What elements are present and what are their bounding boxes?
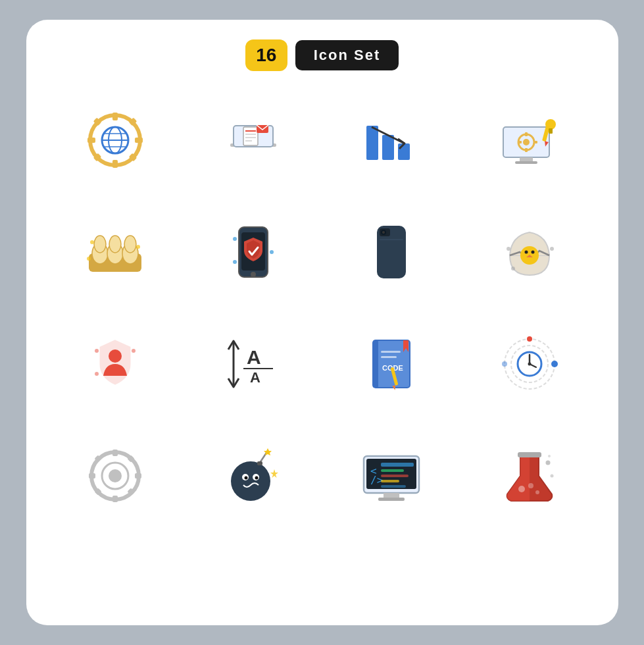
svg-text:A: A bbox=[247, 346, 261, 368]
svg-point-45 bbox=[124, 236, 136, 253]
time-orbit-icon bbox=[497, 331, 562, 397]
svg-rect-24 bbox=[398, 143, 410, 160]
svg-rect-76 bbox=[373, 340, 378, 388]
svg-rect-121 bbox=[381, 485, 406, 488]
svg-point-54 bbox=[251, 272, 256, 277]
engineering-software-icon bbox=[497, 107, 562, 173]
svg-rect-33 bbox=[518, 141, 522, 143]
svg-point-51 bbox=[233, 237, 237, 241]
lab-flask-cell bbox=[467, 426, 592, 525]
svg-point-58 bbox=[382, 231, 385, 234]
ghost-bomb-cell bbox=[191, 426, 316, 525]
hatching-egg-cell bbox=[467, 203, 592, 301]
svg-point-70 bbox=[95, 372, 99, 376]
world-settings-cell bbox=[53, 91, 178, 190]
svg-point-48 bbox=[87, 257, 91, 261]
svg-rect-4 bbox=[135, 138, 143, 143]
lab-flask-icon bbox=[497, 443, 562, 509]
svg-point-104 bbox=[231, 461, 270, 501]
svg-rect-34 bbox=[533, 141, 537, 143]
header: 16 Icon Set bbox=[245, 39, 399, 71]
person-shield-icon bbox=[82, 331, 148, 397]
svg-rect-22 bbox=[366, 126, 378, 160]
egg-carton-cell bbox=[53, 203, 178, 301]
svg-point-52 bbox=[270, 250, 274, 254]
header-title: Icon Set bbox=[295, 40, 399, 70]
svg-point-68 bbox=[95, 349, 99, 353]
svg-point-125 bbox=[535, 490, 539, 494]
engineering-software-cell bbox=[467, 91, 592, 190]
svg-marker-110 bbox=[270, 469, 278, 478]
icon-count-badge: 16 bbox=[245, 39, 287, 71]
svg-point-107 bbox=[244, 477, 247, 480]
ghost-bomb-icon bbox=[220, 443, 286, 509]
svg-rect-109 bbox=[257, 461, 262, 465]
online-document-cell bbox=[191, 91, 316, 190]
code-book-icon: CODE bbox=[359, 331, 424, 397]
svg-point-88 bbox=[528, 363, 531, 366]
svg-rect-117 bbox=[381, 463, 414, 467]
svg-point-89 bbox=[551, 361, 558, 367]
svg-rect-96 bbox=[135, 473, 141, 478]
svg-point-61 bbox=[524, 251, 528, 254]
monitor-code-cell: < /> bbox=[329, 426, 454, 525]
svg-point-47 bbox=[136, 245, 140, 249]
svg-point-67 bbox=[109, 349, 122, 363]
svg-point-53 bbox=[233, 260, 237, 264]
svg-point-30 bbox=[523, 139, 530, 145]
svg-point-102 bbox=[109, 469, 122, 482]
hatching-egg-icon bbox=[497, 219, 562, 285]
svg-point-124 bbox=[528, 483, 533, 488]
person-shield-cell bbox=[53, 315, 178, 413]
phone-security-cell bbox=[191, 203, 316, 301]
settings-badge-cell bbox=[53, 426, 178, 525]
svg-rect-28 bbox=[515, 161, 537, 164]
phone-case-cell bbox=[329, 203, 454, 301]
phone-security-icon bbox=[220, 219, 286, 285]
svg-point-108 bbox=[255, 477, 258, 480]
svg-point-37 bbox=[545, 119, 556, 130]
text-height-cell: A A bbox=[191, 315, 316, 413]
svg-point-123 bbox=[518, 486, 525, 492]
bar-chart-decrease-icon bbox=[359, 107, 424, 173]
svg-rect-95 bbox=[89, 473, 95, 478]
svg-point-128 bbox=[548, 455, 551, 457]
svg-rect-1 bbox=[112, 113, 118, 120]
svg-point-44 bbox=[109, 236, 121, 253]
svg-rect-59 bbox=[380, 239, 403, 240]
svg-point-46 bbox=[90, 240, 94, 244]
svg-rect-31 bbox=[525, 132, 528, 136]
svg-rect-23 bbox=[382, 135, 394, 160]
svg-point-91 bbox=[502, 361, 507, 367]
settings-badge-icon bbox=[82, 443, 148, 509]
code-book-cell: CODE bbox=[329, 315, 454, 413]
svg-rect-16 bbox=[243, 127, 258, 145]
bar-chart-decrease-cell bbox=[329, 91, 454, 190]
svg-point-69 bbox=[132, 349, 136, 353]
main-card: 16 Icon Set bbox=[26, 20, 618, 625]
svg-point-62 bbox=[531, 251, 534, 254]
svg-rect-120 bbox=[381, 480, 399, 482]
svg-rect-2 bbox=[112, 160, 118, 168]
egg-carton-icon bbox=[82, 219, 148, 285]
text-height-icon: A A bbox=[220, 331, 286, 397]
svg-rect-3 bbox=[87, 138, 95, 143]
svg-point-126 bbox=[545, 461, 550, 465]
svg-text:A: A bbox=[250, 369, 260, 386]
svg-rect-38 bbox=[549, 128, 553, 134]
svg-rect-113 bbox=[384, 493, 399, 498]
monitor-code-icon: < /> bbox=[359, 443, 424, 509]
svg-rect-32 bbox=[525, 148, 528, 152]
svg-point-43 bbox=[94, 236, 106, 253]
time-orbit-cell bbox=[467, 315, 592, 413]
svg-rect-114 bbox=[378, 498, 405, 501]
svg-rect-94 bbox=[112, 496, 118, 502]
phone-case-icon bbox=[359, 219, 424, 285]
online-document-icon bbox=[220, 107, 286, 173]
svg-point-90 bbox=[527, 336, 532, 342]
svg-rect-122 bbox=[518, 452, 541, 457]
svg-point-65 bbox=[550, 247, 554, 251]
icon-grid: A A CODE bbox=[53, 91, 592, 525]
svg-rect-93 bbox=[112, 450, 118, 456]
svg-point-64 bbox=[507, 247, 510, 251]
